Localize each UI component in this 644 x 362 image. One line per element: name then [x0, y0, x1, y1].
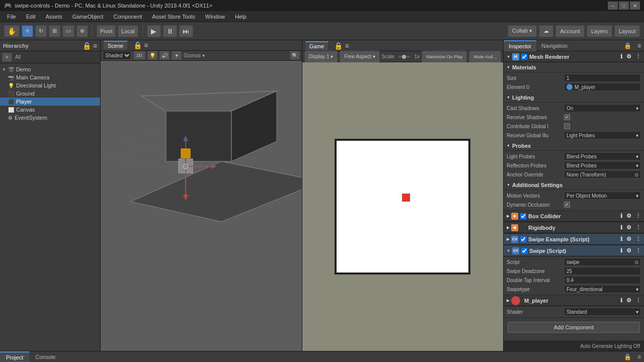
- scene-search-button[interactable]: 🔍: [290, 51, 300, 60]
- scene-canvas[interactable]: [101, 61, 302, 351]
- swipe-script-more-icon[interactable]: ⋮: [635, 247, 641, 254]
- hierarchy-add-button[interactable]: +: [2, 53, 12, 62]
- menu-window[interactable]: Window: [200, 11, 230, 22]
- menu-edit[interactable]: Edit: [21, 11, 41, 22]
- 2d-button[interactable]: 2D: [133, 51, 145, 60]
- account-button[interactable]: Account: [555, 25, 585, 37]
- receive-shadows-checkbox[interactable]: [564, 114, 570, 120]
- mute-audio-button[interactable]: Mute Aud...: [469, 51, 501, 63]
- swipetype-value[interactable]: Four_directional ▾: [564, 285, 641, 293]
- hier-item-demo[interactable]: ▼ 🎬 Demo: [0, 65, 100, 73]
- scene-lock-icon[interactable]: 🔒: [133, 41, 142, 49]
- project-tab[interactable]: Project: [0, 351, 29, 363]
- hierarchy-menu-icon[interactable]: ≡: [93, 42, 97, 50]
- swipe-example-header[interactable]: ▶ C# Swipe Example (Script) ℹ ⚙ ⋮: [504, 234, 644, 245]
- menu-asset-store-tools[interactable]: Asset Store Tools: [147, 11, 200, 22]
- scale-slider[interactable]: [398, 56, 411, 58]
- shade-mode-select[interactable]: Shaded: [103, 51, 131, 60]
- element0-value[interactable]: M_player: [564, 83, 641, 91]
- probes-section-header[interactable]: ▼ Probes: [504, 141, 644, 151]
- swipe-example-more-icon[interactable]: ⋮: [635, 236, 641, 242]
- scene-light-button[interactable]: 💡: [147, 51, 157, 60]
- cloud-button[interactable]: ☁: [539, 25, 553, 37]
- m-player-more-icon[interactable]: ⋮: [635, 297, 641, 304]
- pause-button[interactable]: ⏸: [163, 25, 177, 37]
- dynamic-occlusion-checkbox[interactable]: [564, 202, 570, 208]
- reflection-probes-value[interactable]: Blend Probes ▾: [564, 161, 641, 169]
- scale-tool-button[interactable]: ⊞: [49, 25, 60, 37]
- swipe-deadzone-value[interactable]: 25: [564, 267, 641, 275]
- script-value[interactable]: swipe ⊙: [564, 258, 641, 266]
- swipe-example-enabled[interactable]: [520, 236, 526, 242]
- swipe-example-info-icon[interactable]: ℹ: [620, 236, 622, 242]
- receive-global-value[interactable]: Light Probes ▾: [564, 131, 641, 139]
- hierarchy-lock-icon[interactable]: 🔒: [83, 42, 91, 50]
- maximize-button[interactable]: □: [619, 2, 629, 10]
- box-collider-more-icon[interactable]: ⋮: [635, 213, 641, 219]
- mesh-renderer-info-icon[interactable]: ℹ: [620, 53, 622, 60]
- mesh-renderer-more-icon[interactable]: ⋮: [635, 53, 641, 60]
- navigation-tab[interactable]: Navigation: [536, 40, 573, 51]
- m-player-info-icon[interactable]: ℹ: [620, 297, 622, 304]
- rect-tool-button[interactable]: ▭: [62, 25, 74, 37]
- mesh-renderer-settings-icon[interactable]: ⚙: [626, 53, 631, 60]
- swipe-script-enabled[interactable]: [521, 248, 527, 254]
- play-button[interactable]: ▶: [147, 25, 161, 37]
- menu-help[interactable]: Help: [230, 11, 252, 22]
- hier-item-player[interactable]: ⬛ Player: [0, 98, 100, 106]
- hier-item-canvas[interactable]: ⬜ Canvas: [0, 106, 100, 114]
- move-tool-button[interactable]: ✛: [22, 25, 33, 37]
- hier-item-ground[interactable]: ⬛ Ground: [0, 89, 100, 98]
- minimize-button[interactable]: –: [608, 2, 618, 10]
- scene-menu-icon[interactable]: ≡: [144, 41, 148, 49]
- hier-item-eventsystem[interactable]: ⚙ EventSystem: [0, 114, 100, 122]
- rigidbody-settings-icon[interactable]: ⚙: [626, 224, 631, 231]
- maximize-on-play-button[interactable]: Maximize On Play: [422, 51, 467, 63]
- anchor-override-pick-icon[interactable]: ⊙: [634, 172, 638, 177]
- rigidbody-more-icon[interactable]: ⋮: [635, 224, 641, 231]
- rotate-tool-button[interactable]: ↻: [35, 25, 47, 37]
- menu-assets[interactable]: Assets: [41, 11, 67, 22]
- mesh-renderer-header[interactable]: ▼ M Mesh Renderer ℹ ⚙ ⋮: [504, 51, 644, 62]
- swipe-script-info-icon[interactable]: ℹ: [620, 247, 622, 254]
- close-button[interactable]: ✕: [630, 2, 640, 10]
- swipe-script-header[interactable]: ▼ C# Swipe (Script) ℹ ⚙ ⋮: [504, 245, 644, 256]
- console-tab[interactable]: Console: [29, 351, 61, 363]
- layers-button[interactable]: Layers: [587, 25, 612, 37]
- anchor-override-value[interactable]: None (Transform) ⊙: [564, 170, 641, 178]
- hier-item-main-camera[interactable]: 📷 Main Camera: [0, 73, 100, 81]
- size-value[interactable]: 1: [564, 74, 641, 82]
- motion-vectors-value[interactable]: Per Object Motion ▾: [564, 192, 641, 200]
- hier-item-directional-light[interactable]: 💡 Directional Light: [0, 81, 100, 89]
- swipe-example-settings-icon[interactable]: ⚙: [626, 236, 631, 242]
- collab-button[interactable]: Collab ▾: [508, 25, 537, 37]
- box-collider-header[interactable]: ▶ ■ Box Collider ℹ ⚙ ⋮: [504, 211, 644, 222]
- inspector-tab[interactable]: Inspector: [504, 40, 536, 51]
- hand-tool-button[interactable]: ✋: [4, 25, 20, 37]
- rigidbody-header[interactable]: ▶ ◆ Rigidbody ℹ ⚙ ⋮: [504, 222, 644, 233]
- aspect-select[interactable]: Free Aspect ▾: [340, 51, 379, 63]
- m-player-header[interactable]: ▶ M_player ℹ ⚙ ⋮: [504, 295, 644, 306]
- mesh-renderer-enabled[interactable]: [521, 54, 527, 60]
- add-component-button[interactable]: Add Component: [508, 322, 640, 333]
- local-button[interactable]: Local: [118, 25, 138, 37]
- menu-component[interactable]: Component: [108, 11, 147, 22]
- menu-gameobject[interactable]: GameObject: [67, 11, 109, 22]
- rigidbody-info-icon[interactable]: ℹ: [620, 224, 622, 231]
- step-button[interactable]: ⏭: [179, 25, 193, 37]
- shader-value[interactable]: Standard ▾: [564, 308, 641, 316]
- box-collider-enabled[interactable]: [520, 213, 526, 219]
- cast-shadows-value[interactable]: On ▾: [564, 104, 641, 112]
- box-collider-info-icon[interactable]: ℹ: [620, 213, 622, 219]
- contribute-global-checkbox[interactable]: [564, 123, 570, 129]
- scene-fx-button[interactable]: ✦: [172, 51, 182, 60]
- light-probes-value[interactable]: Blend Probes ▾: [564, 152, 641, 160]
- game-tab[interactable]: Game: [305, 41, 329, 50]
- lighting-section-header[interactable]: ▼ Lighting: [504, 93, 644, 103]
- scene-audio-button[interactable]: 🔊: [159, 51, 170, 60]
- game-lock-icon[interactable]: 🔒: [334, 42, 343, 50]
- box-collider-settings-icon[interactable]: ⚙: [626, 213, 631, 219]
- display-select[interactable]: Display 1 ▾: [304, 51, 338, 63]
- bottom-lock-icon[interactable]: 🔒: [621, 353, 634, 360]
- additional-settings-header[interactable]: ▼ Additional Settings: [504, 180, 644, 190]
